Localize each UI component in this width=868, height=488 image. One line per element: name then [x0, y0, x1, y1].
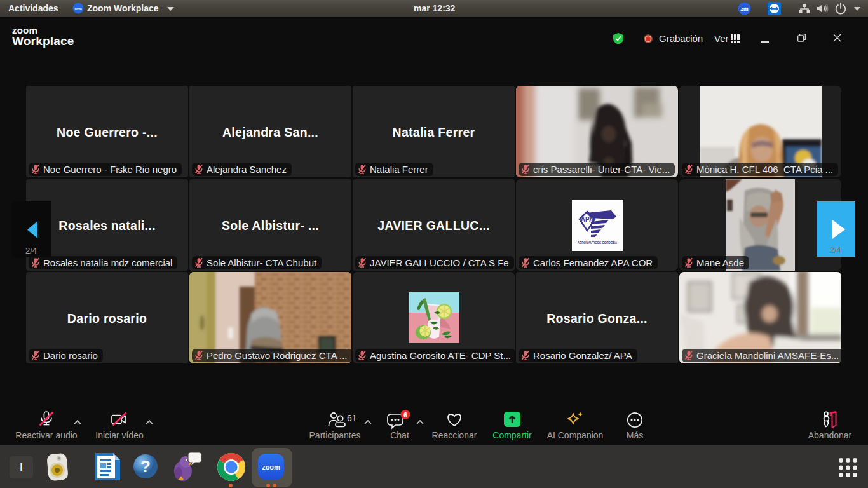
svg-text:zoom: zoom — [74, 8, 82, 11]
svg-text:zm: zm — [740, 6, 749, 12]
svg-text:6: 6 — [403, 411, 407, 419]
svg-text:AERONÁUTICOS CÓRDOBA: AERONÁUTICOS CÓRDOBA — [577, 240, 617, 245]
svg-text:zoom: zoom — [262, 463, 280, 471]
svg-text:?: ? — [140, 457, 151, 476]
